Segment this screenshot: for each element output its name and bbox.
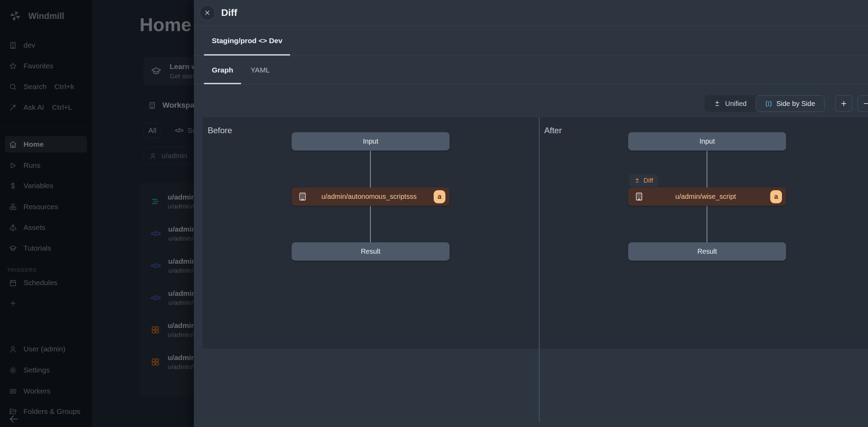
drawer-title: Diff: [221, 7, 237, 18]
branch-tab-bar: Staging/prod <> Dev: [194, 26, 868, 56]
script-path: u/admin/autonomous_scriptsss: [307, 193, 431, 201]
edge-input-to-script: [370, 151, 371, 187]
edge-script-to-result: [370, 206, 371, 242]
view-tab-bar: Graph YAML: [194, 56, 868, 84]
before-input-node[interactable]: Input: [292, 132, 450, 151]
building-icon: [634, 192, 644, 201]
language-badge: a: [770, 190, 782, 203]
script-path: u/admin/wise_script: [644, 193, 767, 201]
tab-graph[interactable]: Graph: [204, 56, 241, 84]
edge-input-to-script: [707, 151, 707, 187]
tab-staging-prod-dev[interactable]: Staging/prod <> Dev: [204, 26, 290, 56]
view-mode-toggle: Unified Side by Side: [705, 95, 824, 112]
diff-drawer: Diff Staging/prod <> Dev Graph YAML Unif…: [194, 0, 868, 427]
unified-button[interactable]: Unified: [705, 95, 755, 112]
drawer-header: Diff: [194, 0, 868, 26]
diff-plus-minus-icon: [634, 177, 640, 184]
language-badge: a: [434, 190, 445, 203]
edge-script-to-result: [707, 206, 707, 242]
before-after-divider: [539, 117, 540, 422]
tab-yaml[interactable]: YAML: [243, 56, 277, 84]
after-pane-label: After: [544, 126, 562, 135]
after-input-node[interactable]: Input: [628, 132, 786, 151]
node-diff-badge[interactable]: Diff: [629, 174, 658, 187]
diff-graph-canvas[interactable]: Before After Input u/admin/autonomous_sc…: [202, 117, 868, 349]
close-button[interactable]: [200, 5, 215, 20]
diff-toolbar: Unified Side by Side + −: [194, 84, 868, 117]
before-script-node[interactable]: u/admin/autonomous_scriptsss a: [292, 187, 450, 206]
close-icon: [204, 9, 211, 16]
side-by-side-button[interactable]: Side by Side: [756, 95, 824, 112]
after-script-node[interactable]: u/admin/wise_script a: [628, 187, 786, 206]
after-result-node[interactable]: Result: [628, 242, 786, 261]
before-result-node[interactable]: Result: [292, 242, 450, 261]
zoom-out-button[interactable]: −: [858, 95, 868, 112]
zoom-in-button[interactable]: +: [835, 95, 852, 112]
columns-icon: [765, 100, 772, 107]
before-pane-label: Before: [208, 126, 232, 135]
diff-plus-minus-icon: [714, 100, 721, 107]
building-icon: [298, 192, 307, 201]
